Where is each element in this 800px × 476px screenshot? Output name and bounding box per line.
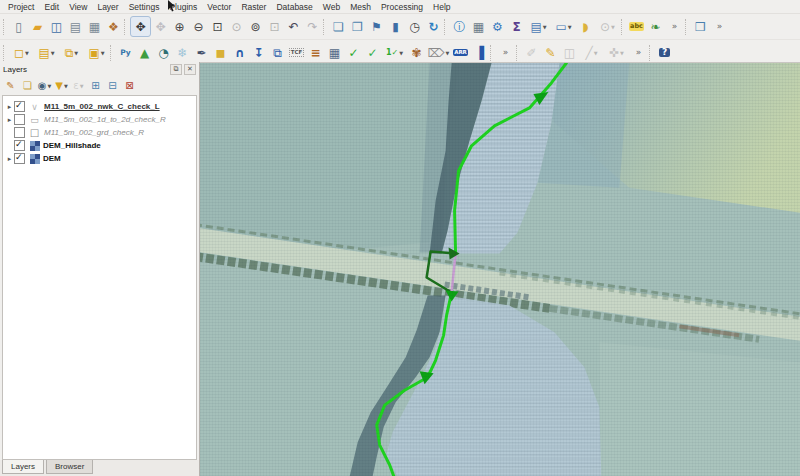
toolbar-overflow-1-button[interactable]: » ▼ [665,17,684,36]
layer-checkbox[interactable] [14,101,25,112]
collapse-all-button[interactable]: ⊟ ▼ [104,78,121,93]
crystal-plugin-button[interactable]: ❄ ▼ [173,43,192,62]
new-print-layout-button[interactable]: ▤ ▼ [66,17,85,36]
menu-item[interactable]: Raster [236,1,271,13]
zoom-to-selection-button[interactable]: ⊙ ▼ [227,17,246,36]
menu-item[interactable]: Help [428,1,455,13]
pan-to-selection-button[interactable]: ✥ ▼ [151,17,170,36]
zoom-to-layer-button[interactable]: ⊚ ▼ [246,17,265,36]
cube-plugin-button[interactable]: ◼ ▼ [211,43,230,62]
menu-item[interactable]: Project [3,1,39,13]
remove-layer-button[interactable]: ⊠ ▼ [121,78,138,93]
toolbar-overflow-3-button[interactable]: » ▼ [496,43,515,62]
layer-row[interactable]: M11_5m_002_grd_check_R [3,126,196,139]
add-line-feature-button[interactable]: ╱ ▼ [579,43,604,62]
expand-all-button[interactable]: ⊞ ▼ [87,78,104,93]
gauge-plugin-button[interactable]: ◔ ▼ [154,43,173,62]
new-map-view-button[interactable]: ❏ ▼ [329,17,348,36]
zoom-in-button[interactable]: ⊕ ▼ [170,17,189,36]
new-spatial-bookmark-button[interactable]: ⚑ ▼ [367,17,386,36]
zoom-out-button[interactable]: ⊖ ▼ [189,17,208,36]
menu-item[interactable]: Layer [92,1,123,13]
current-edits-button[interactable]: ✐ ▼ [522,43,541,62]
layer-name[interactable]: DEM_Hillshade [43,141,101,150]
layer-checkbox[interactable] [14,153,25,164]
filter-legend-button[interactable]: ▼ ▼ [53,78,70,93]
refresh-button[interactable]: ↻ ▼ [424,17,443,36]
show-layout-manager-button[interactable]: ▦ ▼ [85,17,104,36]
tab-layers[interactable]: Layers [2,460,44,474]
tcf-button[interactable]: TCF ▼ [287,43,306,62]
menu-item[interactable]: Vector [202,1,236,13]
layer-checkbox[interactable] [14,127,25,138]
deselect-features-button[interactable]: ⧉ ▼ [59,43,84,62]
expand-arrow-icon[interactable] [5,155,14,163]
shield-pen-plugin-button[interactable]: ✒ ▼ [192,43,211,62]
layer-row[interactable]: M11_5m_002_1d_to_2d_check_R [3,113,196,126]
labels-plugin-button[interactable]: ❧ ▼ [646,17,665,36]
expand-arrow-icon[interactable] [5,103,14,111]
menu-item[interactable]: Settings [124,1,165,13]
layer-name[interactable]: M11_5m_002_grd_check_R [44,128,144,137]
menu-item[interactable]: Edit [39,1,64,13]
data-source-manager-button[interactable]: ❒ ▼ [691,17,710,36]
python-console-button[interactable]: Py ▼ [116,43,135,62]
processing-toolbox-button[interactable]: ⚙ ▼ [488,17,507,36]
layer-name[interactable]: M11_5m_002_1d_to_2d_check_R [44,115,166,124]
vertex-tool-button[interactable]: ✜ ▼ [604,43,629,62]
new-project-button[interactable]: ▯ ▼ [9,17,28,36]
layer-row[interactable]: DEM [3,152,196,165]
menu-item[interactable]: Processing [376,1,428,13]
toggle-editing-button[interactable]: ✎ ▼ [541,43,560,62]
select-by-value-button[interactable]: ▣ ▼ [84,43,109,62]
toolbar-overflow-4-button[interactable]: » ▼ [629,43,648,62]
layer-name[interactable]: M11_5m_002_nwk_C_check_L [44,102,160,111]
temporal-controller-button[interactable]: ◷ ▼ [405,17,424,36]
menu-item[interactable]: Mesh [345,1,376,13]
layer-name[interactable]: DEM [43,154,61,163]
save-project-button[interactable]: ◫ ▼ [47,17,66,36]
manage-map-themes-button[interactable]: ◉ ▼ [36,78,53,93]
layer-labeling-button[interactable]: abc ▼ [627,17,646,36]
blue-book-button[interactable]: ▐ ▼ [470,43,489,62]
zoom-full-button[interactable]: ⊡ ▼ [208,17,227,36]
menu-item[interactable]: Database [271,1,317,13]
toolbar-overflow-2-button[interactable]: » ▼ [710,17,729,36]
zoom-last-button[interactable]: ↶ ▼ [284,17,303,36]
layer-stripes-button[interactable]: ≡ ▼ [306,43,325,62]
layer-checkbox[interactable] [14,114,25,125]
help-button[interactable]: ? ▼ [655,43,674,62]
check-files-button[interactable]: ✓ ▼ [344,43,363,62]
show-spatial-bookmarks-button[interactable]: ▮ ▼ [386,17,405,36]
new-3d-map-view-button[interactable]: ❐ ▼ [348,17,367,36]
attribute-table-options-button[interactable]: ▤ ▼ [526,17,551,36]
map-window-button[interactable]: ▦ ▼ [325,43,344,62]
open-layer-styling-button[interactable]: ✎ ▼ [2,78,19,93]
check-search-button[interactable]: ✓ ▼ [363,43,382,62]
filter-by-expression-button[interactable]: ε ▼ [70,78,87,93]
select-features-button[interactable]: ◻ ▼ [9,43,34,62]
map-canvas[interactable] [200,62,800,476]
layer-checkbox[interactable] [14,140,25,151]
tuflow-arch-button[interactable]: ∩ ▼ [230,43,249,62]
menu-item[interactable]: Web [318,1,345,13]
new-shapefile-layer-button[interactable]: ▲ ▼ [135,43,154,62]
platypus-plugin-button[interactable]: ✾ ▼ [407,43,426,62]
layer-row[interactable]: DEM_Hillshade [3,139,196,152]
map-tips-button[interactable]: ◗ ▼ [576,17,595,36]
zoom-next-button[interactable]: ↷ ▼ [303,17,322,36]
panel-undock-button[interactable]: ⧉ [170,64,182,75]
expand-arrow-icon[interactable] [5,116,14,124]
import-tuflow-button[interactable]: ↧ ▼ [249,43,268,62]
zoom-to-native-button[interactable]: ⊡ ▼ [265,17,284,36]
measure-button[interactable]: ▭ ▼ [551,17,576,36]
select-by-form-button[interactable]: ▤ ▼ [34,43,59,62]
save-layer-edits-button[interactable]: ◫ ▼ [560,43,579,62]
menu-item[interactable]: View [64,1,92,13]
copy-layer-button[interactable]: ⧉ ▼ [268,43,287,62]
search-button[interactable]: ⊙ ▼ [595,17,620,36]
pan-map-button[interactable]: ✥ ▼ [130,16,151,37]
check-1d-button[interactable]: 1✓ ▼ [382,43,407,62]
style-manager-button[interactable]: ❖ ▼ [104,17,123,36]
arr-button[interactable]: ARR ▼ [451,43,470,62]
